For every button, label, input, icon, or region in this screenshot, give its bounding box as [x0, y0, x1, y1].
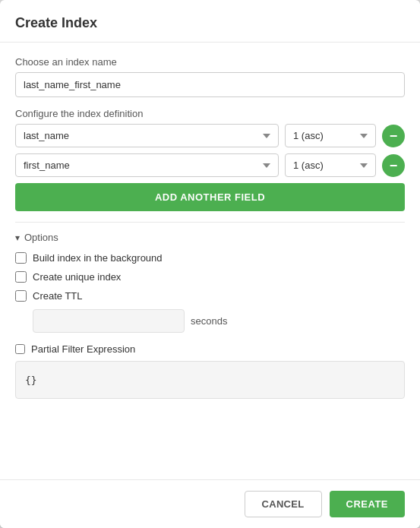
minus-icon-1: − — [390, 129, 398, 143]
add-field-button[interactable]: ADD ANOTHER FIELD — [15, 183, 405, 211]
ttl-row: Create TTL — [15, 290, 405, 302]
modal-footer: CANCEL CREATE — [0, 479, 420, 528]
ttl-label: Create TTL — [33, 290, 83, 302]
remove-field-2-button[interactable]: − — [382, 154, 405, 177]
options-section: ▾ Options Build index in the background … — [15, 222, 405, 399]
partial-filter-label: Partial Filter Expression — [31, 343, 135, 355]
index-name-section: Choose an index name — [15, 56, 405, 97]
json-filter-input[interactable] — [15, 361, 405, 399]
options-content: Build index in the background Create uni… — [15, 252, 405, 399]
unique-index-row: Create unique index — [15, 271, 405, 283]
cancel-button[interactable]: CANCEL — [245, 491, 322, 517]
ttl-checkbox[interactable] — [15, 290, 27, 302]
index-definition-section: Configure the index definition last_name… — [15, 108, 405, 211]
create-button[interactable]: CREATE — [330, 491, 405, 517]
field-row-2: first_name last_name 1 (asc) -1 (desc) − — [15, 153, 405, 177]
ttl-input[interactable] — [33, 309, 185, 333]
create-index-modal: Create Index Choose an index name Config… — [0, 0, 420, 528]
definition-label: Configure the index definition — [15, 108, 405, 119]
options-toggle[interactable]: ▾ Options — [15, 232, 405, 243]
bg-index-label: Build index in the background — [33, 252, 163, 264]
unique-index-checkbox[interactable] — [15, 271, 27, 283]
minus-icon-2: − — [390, 159, 398, 172]
index-name-input[interactable] — [15, 72, 405, 97]
bg-index-row: Build index in the background — [15, 252, 405, 264]
chevron-down-icon: ▾ — [15, 232, 20, 243]
ttl-input-row: seconds — [15, 309, 405, 333]
unique-index-label: Create unique index — [33, 271, 121, 283]
bg-index-checkbox[interactable] — [15, 252, 27, 264]
index-name-label: Choose an index name — [15, 56, 405, 68]
modal-body: Choose an index name Configure the index… — [0, 43, 420, 479]
remove-field-1-button[interactable]: − — [382, 125, 405, 147]
ttl-unit-label: seconds — [191, 315, 227, 327]
modal-header: Create Index — [0, 0, 420, 43]
field-select-2[interactable]: first_name last_name — [15, 153, 279, 177]
partial-filter-section: Partial Filter Expression — [15, 343, 405, 399]
options-label: Options — [24, 232, 58, 243]
order-select-2[interactable]: 1 (asc) -1 (desc) — [285, 153, 376, 177]
field-select-1[interactable]: last_name first_name — [15, 124, 279, 147]
partial-filter-checkbox[interactable] — [15, 344, 25, 354]
order-select-1[interactable]: 1 (asc) -1 (desc) — [285, 124, 376, 147]
partial-filter-label-row: Partial Filter Expression — [15, 343, 405, 355]
field-row-1: last_name first_name 1 (asc) -1 (desc) − — [15, 124, 405, 147]
modal-title: Create Index — [15, 15, 405, 31]
